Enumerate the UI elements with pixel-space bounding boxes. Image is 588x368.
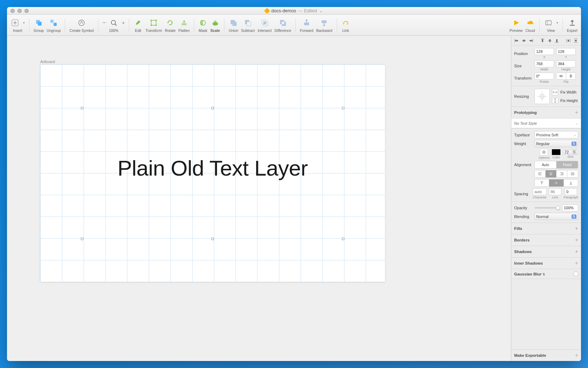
text-align-right-icon[interactable] (556, 170, 567, 177)
svg-rect-46 (568, 40, 569, 42)
character-spacing-input[interactable] (533, 188, 547, 195)
zoom-in-icon[interactable]: + (122, 20, 125, 26)
artboard[interactable]: Plain Old Text Layer (40, 64, 385, 282)
align-hcenter-icon[interactable] (520, 38, 527, 44)
fills-section[interactable]: Fills+ (511, 223, 581, 234)
forward-button[interactable]: Forward (300, 18, 314, 33)
subtract-button[interactable]: Subtract (241, 18, 255, 33)
position-y-input[interactable] (556, 48, 576, 55)
gaussian-blur-section[interactable]: Gaussian Blur ⇅ (511, 269, 581, 279)
align-fixed-button[interactable]: Fixed (556, 161, 578, 168)
alignment-mode-segment[interactable]: Auto Fixed (534, 161, 578, 169)
align-top-icon[interactable] (539, 38, 546, 44)
text-align-segment[interactable] (534, 170, 578, 178)
text-color-swatch[interactable] (552, 149, 561, 155)
selection-handle-bl[interactable] (81, 238, 83, 240)
svg-rect-5 (50, 20, 54, 23)
opacity-input[interactable] (562, 204, 578, 211)
inner-shadows-section[interactable]: Inner Shadows+ (511, 258, 581, 269)
weight-select[interactable]: Regular⇅ (534, 140, 578, 147)
selection-handle-tr[interactable] (342, 107, 344, 109)
align-vcenter-icon[interactable] (547, 38, 553, 44)
gaussian-blur-checkbox[interactable] (574, 272, 578, 276)
cloud-button[interactable]: Cloud (525, 18, 535, 33)
selection-handle-br[interactable] (342, 238, 344, 240)
blending-select[interactable]: Normal⇅ (534, 213, 578, 220)
intersect-button[interactable]: Intersect (258, 18, 272, 33)
group-button[interactable]: Group (34, 18, 44, 33)
font-size-input[interactable]: 72⇅ (563, 150, 578, 155)
fix-width-toggle[interactable]: Fix Width (552, 89, 578, 95)
alignment-strip (511, 36, 581, 46)
preview-button[interactable]: Preview (510, 18, 523, 33)
link-button[interactable]: Link (341, 18, 350, 33)
selection-handle-tc[interactable] (211, 107, 214, 109)
insert-button[interactable]: ▾ Insert (10, 18, 25, 33)
close-window-button[interactable] (10, 9, 15, 13)
create-symbol-button[interactable]: Create Symbol (69, 18, 93, 33)
borders-section[interactable]: Borders+ (511, 234, 581, 246)
difference-button[interactable]: Difference (274, 18, 291, 33)
svg-marker-50 (559, 75, 561, 77)
text-align-left-icon[interactable] (535, 170, 546, 177)
export-button[interactable]: Export (567, 18, 578, 33)
opacity-slider[interactable] (534, 207, 560, 209)
flip-v-icon[interactable] (566, 73, 576, 79)
selection-handle-tl[interactable] (81, 107, 83, 109)
inspector: Position X Y Size Width Height Transform… (511, 36, 581, 361)
plus-icon[interactable]: + (575, 225, 578, 232)
align-left-icon[interactable] (513, 38, 520, 44)
text-align-center-icon[interactable] (546, 170, 556, 177)
plus-icon[interactable]: + (575, 109, 578, 116)
valign-top-icon[interactable] (535, 179, 549, 186)
text-options-button[interactable] (540, 149, 548, 156)
shadows-section[interactable]: Shadows+ (511, 246, 581, 258)
edit-button[interactable]: Edit (133, 18, 142, 33)
plus-icon[interactable]: + (575, 248, 578, 255)
align-right-icon[interactable] (528, 38, 534, 44)
text-style-select[interactable]: No Text Style ⌄ (511, 118, 581, 128)
flatten-button[interactable]: Flatten (178, 18, 190, 33)
flip-h-icon[interactable] (556, 73, 566, 79)
window-title[interactable]: docs-demos — Edited ⌄ (265, 8, 323, 13)
plus-icon[interactable]: + (575, 260, 578, 266)
distribute-v-icon[interactable] (573, 38, 579, 44)
plus-icon[interactable]: + (575, 352, 578, 359)
plus-icon[interactable]: + (575, 237, 578, 243)
rotate-button[interactable]: Rotate (165, 18, 176, 33)
resizing-constraint-widget[interactable] (534, 89, 550, 104)
width-input[interactable] (534, 60, 554, 67)
text-align-justify-icon[interactable] (567, 170, 578, 177)
typeface-select[interactable]: Proxima Soft⌄ (534, 131, 578, 138)
artboard-label[interactable]: Artboard (40, 60, 55, 64)
backward-button[interactable]: Backward (316, 18, 332, 33)
rotate-input[interactable] (534, 73, 554, 80)
line-spacing-input[interactable] (549, 188, 561, 195)
zoom-out-icon[interactable]: − (103, 20, 106, 26)
canvas[interactable]: Artboard Plain Old Text Layer (7, 36, 511, 361)
union-button[interactable]: Union (229, 18, 238, 33)
align-bottom-icon[interactable] (554, 38, 560, 44)
scale-button[interactable]: Scale (210, 18, 220, 33)
flip-buttons[interactable] (556, 73, 576, 80)
ungroup-button[interactable]: Ungroup (47, 18, 61, 33)
valign-middle-icon[interactable] (549, 179, 564, 186)
transform-button[interactable]: Transform (145, 18, 162, 33)
height-input[interactable] (556, 60, 576, 67)
align-auto-button[interactable]: Auto (535, 161, 556, 168)
zoom-control[interactable]: − + 100% (103, 18, 125, 33)
valign-bottom-icon[interactable] (564, 179, 578, 186)
selection-handle-bc[interactable] (211, 238, 214, 240)
paragraph-spacing-input[interactable] (565, 188, 577, 195)
prototyping-section[interactable]: Prototyping + (511, 107, 581, 118)
distribute-h-icon[interactable] (565, 38, 572, 44)
view-button[interactable]: ▾ View (544, 18, 558, 33)
mask-button[interactable]: Mask (198, 18, 208, 33)
fix-height-toggle[interactable]: Fix Height (552, 97, 578, 104)
text-layer[interactable]: Plain Old Text Layer (40, 156, 385, 180)
make-exportable-section[interactable]: Make Exportable + (511, 349, 581, 361)
minimize-window-button[interactable] (18, 9, 22, 13)
position-x-input[interactable] (534, 48, 554, 55)
vertical-align-segment[interactable] (534, 179, 578, 187)
zoom-window-button[interactable] (24, 9, 29, 13)
